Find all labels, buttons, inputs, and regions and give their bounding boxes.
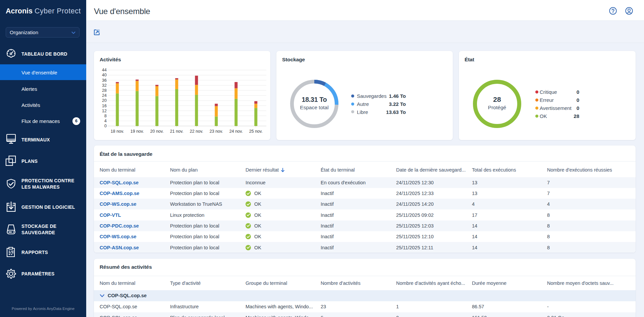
svg-text:16: 16 bbox=[102, 104, 107, 108]
svg-text:20 nov.: 20 nov. bbox=[150, 129, 164, 134]
svg-text:18 nov.: 18 nov. bbox=[111, 129, 124, 134]
svg-text:19 nov.: 19 nov. bbox=[130, 129, 144, 134]
svg-text:44: 44 bbox=[102, 68, 107, 72]
svg-text:0: 0 bbox=[104, 124, 107, 128]
svg-text:24: 24 bbox=[102, 93, 107, 98]
svg-text:24 nov.: 24 nov. bbox=[229, 129, 243, 134]
svg-text:20: 20 bbox=[102, 98, 107, 103]
svg-text:36: 36 bbox=[102, 78, 107, 83]
svg-text:4: 4 bbox=[104, 119, 107, 123]
svg-text:25 nov.: 25 nov. bbox=[249, 129, 263, 134]
svg-text:22 nov.: 22 nov. bbox=[190, 129, 203, 134]
svg-text:40: 40 bbox=[102, 73, 107, 77]
svg-text:32: 32 bbox=[102, 83, 107, 88]
svg-text:8: 8 bbox=[104, 114, 107, 118]
svg-text:12: 12 bbox=[102, 109, 107, 113]
svg-text:28: 28 bbox=[102, 88, 107, 93]
svg-text:21 nov.: 21 nov. bbox=[170, 129, 183, 134]
svg-text:23 nov.: 23 nov. bbox=[210, 129, 223, 134]
